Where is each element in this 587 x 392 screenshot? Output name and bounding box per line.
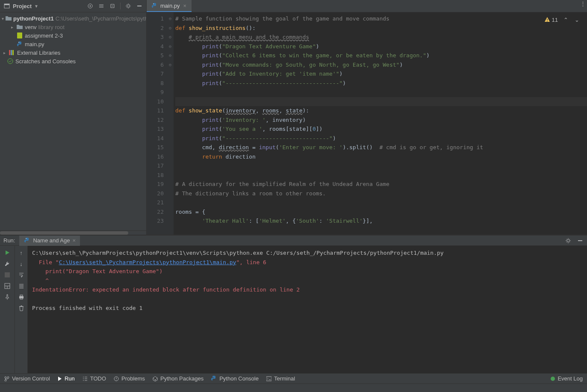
toolwindow-bar: Version Control Run TODO Problems Python… [0,373,587,383]
status-indicator-icon [551,377,555,381]
svg-point-10 [8,59,13,64]
svg-rect-13 [547,21,547,21]
project-tree[interactable]: ▾ pythonProject1 C:\Users\seth_\PycharmP… [0,12,146,230]
python-file-icon [24,237,30,244]
rerun-icon[interactable] [4,249,11,256]
tw-todo[interactable]: TODO [83,375,106,382]
close-icon[interactable]: × [183,3,188,9]
svg-rect-7 [9,50,10,55]
svg-rect-25 [266,377,271,381]
close-icon[interactable]: × [72,237,76,244]
tree-project-root[interactable]: ▾ pythonProject1 C:\Users\seth_\PycharmP… [0,14,146,23]
svg-rect-9 [12,50,14,55]
branch-icon [4,376,9,381]
terminal-icon [266,376,271,381]
tw-terminal[interactable]: Terminal [266,375,295,382]
tw-python-console[interactable]: Python Console [211,375,259,382]
down-icon[interactable]: ↓ [18,260,25,267]
next-highlight-icon[interactable]: ⌄ [573,16,580,23]
gear-icon[interactable] [125,3,132,9]
separator [120,3,121,9]
tree-venv[interactable]: ▸ venv library root [0,23,146,31]
trash-icon[interactable] [18,305,25,312]
problems-icon [114,376,119,381]
tree-assignment-file[interactable]: assignment 2-3 [0,31,146,40]
fold-gutter[interactable]: ⊖⊖⊖⊖⊖⊖ [167,12,173,235]
project-tool-window: Project ▼ ▾ pythonProject1 C:\Users\seth… [0,0,147,235]
svg-point-22 [7,377,9,378]
todo-icon [83,376,88,381]
run-tool-window: Run: Name and Age × ↑ ↓ [0,235,587,373]
tw-version-control[interactable]: Version Control [4,375,50,382]
python-icon [211,376,217,381]
scratch-icon [7,58,14,65]
editor-body[interactable]: 1234567891011121314151617181920212223 ⊖⊖… [147,12,587,235]
prev-highlight-icon[interactable]: ⌃ [562,16,569,23]
folder-icon [6,15,12,22]
svg-point-3 [90,6,91,7]
folder-icon [16,24,23,30]
editor-pane: main.py × ⋮ 11 ⌃ ⌄ 123456789101112131415… [147,0,587,235]
svg-rect-16 [5,272,10,277]
tab-main-py[interactable]: main.py × [147,0,192,12]
svg-rect-19 [20,295,23,296]
project-title: Project [13,3,32,9]
tw-run[interactable]: Run [58,375,75,382]
svg-point-6 [18,42,19,43]
svg-point-15 [567,239,569,242]
status-bar [0,383,587,392]
tw-problems[interactable]: Problems [114,375,145,382]
chevron-down-icon[interactable]: ▼ [34,4,38,9]
svg-point-23 [5,380,6,381]
wrench-icon[interactable] [4,260,11,267]
horizontal-scrollbar[interactable] [0,230,146,235]
console-output[interactable]: C:\Users\seth_\PycharmProjects\pythonPro… [28,246,587,373]
svg-rect-1 [4,4,9,5]
expand-all-icon[interactable] [98,3,105,9]
run-action-gutter [0,246,15,373]
select-opened-file-icon[interactable] [87,3,94,9]
tree-external-libraries[interactable]: ▸ External Libraries [0,48,146,57]
libraries-icon [9,49,15,56]
traceback-file-link[interactable]: C:\Users\seth_\PycharmProjects\pythonPro… [59,259,236,265]
tree-scratches[interactable]: Scratches and Consoles [0,57,146,65]
console-action-gutter: ↑ ↓ [15,246,28,373]
hide-icon[interactable] [136,3,143,9]
svg-point-21 [5,377,6,378]
run-label: Run: [3,237,15,244]
collapse-all-icon[interactable] [109,3,116,9]
play-icon [58,377,62,381]
pin-icon[interactable] [4,294,11,301]
tw-event-log[interactable]: Event Log [551,375,583,382]
svg-point-14 [26,238,27,239]
stop-icon[interactable] [4,271,11,278]
tw-python-packages[interactable]: Python Packages [153,375,204,382]
svg-rect-12 [547,19,547,21]
scroll-to-end-icon[interactable] [18,283,25,289]
gear-icon[interactable] [565,237,572,244]
file-icon [16,32,23,39]
svg-rect-20 [20,298,23,299]
editor-tabbar: main.py × ⋮ [147,0,587,12]
code-area[interactable]: # Sample function showing the goal of th… [174,12,587,235]
inspection-widget[interactable]: 11 ⌃ ⌄ [543,15,582,24]
python-file-icon [151,2,158,9]
hide-icon[interactable] [577,237,584,244]
tab-more-icon[interactable]: ⋮ [578,0,587,7]
project-header: Project ▼ [0,0,146,12]
warning-icon [544,17,550,23]
svg-rect-5 [17,32,22,38]
tree-main-py[interactable]: main.py [0,40,146,48]
python-file-icon [16,41,23,47]
up-icon[interactable]: ↑ [18,249,25,256]
line-number-gutter[interactable]: 1234567891011121314151617181920212223 [147,12,167,235]
svg-rect-8 [11,50,12,55]
svg-point-11 [153,3,154,4]
soft-wrap-icon[interactable] [18,271,25,278]
layout-icon[interactable] [4,283,11,289]
run-config-tab[interactable]: Name and Age × [19,236,80,246]
svg-point-4 [127,5,130,7]
print-icon[interactable] [18,294,25,301]
packages-icon [153,376,158,381]
project-icon [3,3,10,9]
